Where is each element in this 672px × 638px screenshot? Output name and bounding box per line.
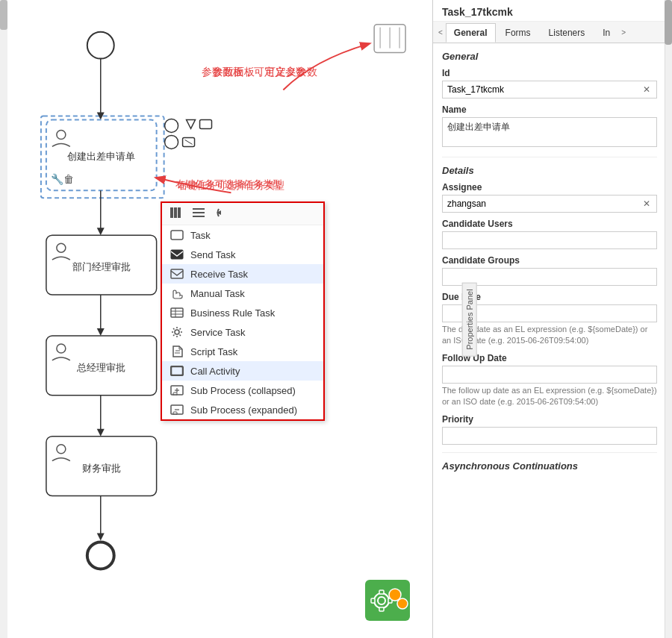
- manual-task-icon: [169, 287, 184, 299]
- sub-expanded-icon: [169, 404, 184, 416]
- svg-text:创建出差申请单: 创建出差申请单: [67, 151, 135, 162]
- right-scrollbar[interactable]: [665, 0, 672, 638]
- label-id: Id: [442, 68, 657, 78]
- label-name: Name: [442, 104, 657, 115]
- service-task-icon: [169, 326, 184, 338]
- svg-line-32: [185, 140, 193, 144]
- input-candidate-groups-container[interactable]: [442, 268, 657, 286]
- svg-text:总经理审批: 总经理审批: [76, 362, 125, 373]
- sub-collapsed-label: Sub Process (collapsed): [190, 385, 296, 396]
- input-candidate-users[interactable]: [447, 235, 652, 245]
- panel-content: General Id ✕ Name 创建出差申请单 Details Assign…: [433, 43, 672, 638]
- input-followup-date[interactable]: [447, 369, 652, 380]
- due-date-hint: The due date as an EL expression (e.g. $…: [442, 324, 657, 347]
- svg-point-30: [165, 135, 178, 148]
- menu-item-service-task[interactable]: Service Task: [162, 322, 323, 342]
- call-activity-label: Call Activity: [190, 366, 240, 377]
- menu-item-sub-collapsed[interactable]: Sub Process (collapsed): [162, 381, 323, 400]
- input-assignee[interactable]: [447, 198, 641, 209]
- tab-forms[interactable]: Forms: [497, 23, 539, 43]
- menu-item-manual-task[interactable]: Manual Task: [162, 284, 323, 303]
- context-menu: Task Send Task Receive Task Manual Task: [161, 201, 325, 421]
- task-label: Task: [190, 230, 211, 241]
- svg-marker-25: [97, 534, 105, 541]
- svg-point-66: [397, 598, 408, 609]
- svg-rect-36: [178, 207, 181, 218]
- receive-task-label: Receive Task: [190, 269, 248, 280]
- panel-title: Task_17tkcmk: [433, 0, 672, 22]
- section-general-title: General: [442, 51, 657, 62]
- svg-rect-41: [171, 250, 183, 259]
- input-id-container[interactable]: ✕: [442, 81, 657, 98]
- svg-rect-43: [171, 308, 183, 317]
- tab-in[interactable]: In: [594, 23, 618, 43]
- tab-next[interactable]: >: [619, 28, 628, 37]
- input-candidate-groups[interactable]: [447, 272, 652, 282]
- menu-toolbar: [162, 203, 323, 225]
- svg-point-47: [175, 330, 179, 334]
- svg-rect-63: [371, 598, 375, 603]
- section-divider-1: [442, 157, 657, 157]
- input-candidate-users-container[interactable]: [442, 231, 657, 249]
- menu-item-call-activity[interactable]: Call Activity: [162, 361, 323, 381]
- columns-btn[interactable]: [168, 207, 184, 221]
- svg-point-60: [378, 597, 385, 604]
- annotation-params: 参数面板，可定义参数: [213, 66, 317, 79]
- top-scrollbar[interactable]: [0, 0, 7, 638]
- followup-date-hint: The follow up date as an EL expression (…: [442, 385, 657, 408]
- tab-general[interactable]: General: [446, 23, 496, 43]
- label-assignee: Assignee: [442, 182, 657, 193]
- svg-text:🔧: 🔧: [51, 173, 64, 186]
- task-type-icon: [169, 229, 184, 241]
- svg-text:财务审批: 财务审批: [82, 463, 121, 474]
- input-priority[interactable]: [447, 431, 652, 441]
- svg-rect-34: [170, 207, 173, 218]
- svg-marker-10: [97, 228, 105, 235]
- menu-item-business-rule[interactable]: Business Rule Task: [162, 303, 323, 322]
- manual-task-label: Manual Task: [190, 288, 245, 299]
- send-task-icon: [169, 248, 184, 260]
- input-followup-date-container[interactable]: [442, 366, 657, 384]
- section-divider-2: [442, 452, 657, 453]
- list-btn[interactable]: [190, 207, 207, 221]
- menu-item-script-task[interactable]: Script Task: [162, 342, 323, 361]
- business-rule-icon: [169, 307, 184, 319]
- svg-rect-35: [174, 207, 177, 218]
- sub-expanded-label: Sub Process (expanded): [190, 404, 297, 416]
- svg-rect-29: [200, 119, 212, 128]
- svg-text:部门经理审批: 部门经理审批: [72, 261, 131, 272]
- tab-listeners[interactable]: Listeners: [541, 23, 594, 43]
- menu-item-sub-expanded[interactable]: Sub Process (expanded): [162, 400, 323, 419]
- menu-item-task[interactable]: Task: [162, 225, 323, 245]
- menu-item-send-task[interactable]: Send Task: [162, 245, 323, 264]
- svg-point-1: [87, 32, 114, 59]
- input-name[interactable]: 创建出差申请单: [442, 117, 657, 147]
- svg-rect-40: [171, 231, 183, 240]
- input-due-date[interactable]: [447, 308, 652, 319]
- sub-collapsed-icon: [169, 384, 184, 396]
- business-rule-label: Business Rule Task: [190, 307, 275, 319]
- svg-rect-62: [379, 607, 384, 611]
- input-id[interactable]: [447, 84, 641, 95]
- section-details-title: Details: [442, 165, 657, 176]
- input-assignee-container[interactable]: ✕: [442, 195, 657, 213]
- canvas-area: 创建出差申请单 🔧 🗑 部门经理审批 总经理审批 财务审批: [0, 0, 433, 638]
- undo-btn[interactable]: [213, 207, 229, 221]
- input-priority-container[interactable]: [442, 427, 657, 445]
- svg-rect-61: [379, 590, 384, 594]
- svg-point-65: [389, 589, 401, 601]
- properties-panel: Task_17tkcmk < General Forms Listeners I…: [433, 0, 672, 638]
- svg-marker-28: [187, 119, 196, 128]
- service-task-label: Service Task: [190, 327, 245, 338]
- svg-point-26: [87, 542, 114, 569]
- svg-marker-20: [97, 429, 105, 437]
- input-due-date-container[interactable]: [442, 304, 657, 322]
- menu-item-receive-task[interactable]: Receive Task: [162, 264, 323, 284]
- clear-assignee-btn[interactable]: ✕: [641, 198, 652, 209]
- label-priority: Priority: [442, 414, 657, 425]
- label-candidate-groups: Candidate Groups: [442, 255, 657, 266]
- tab-prev[interactable]: <: [436, 28, 445, 37]
- svg-rect-50: [171, 366, 183, 375]
- section-async-title: Asynchronous Continuations: [442, 460, 657, 472]
- clear-id-btn[interactable]: ✕: [641, 84, 652, 95]
